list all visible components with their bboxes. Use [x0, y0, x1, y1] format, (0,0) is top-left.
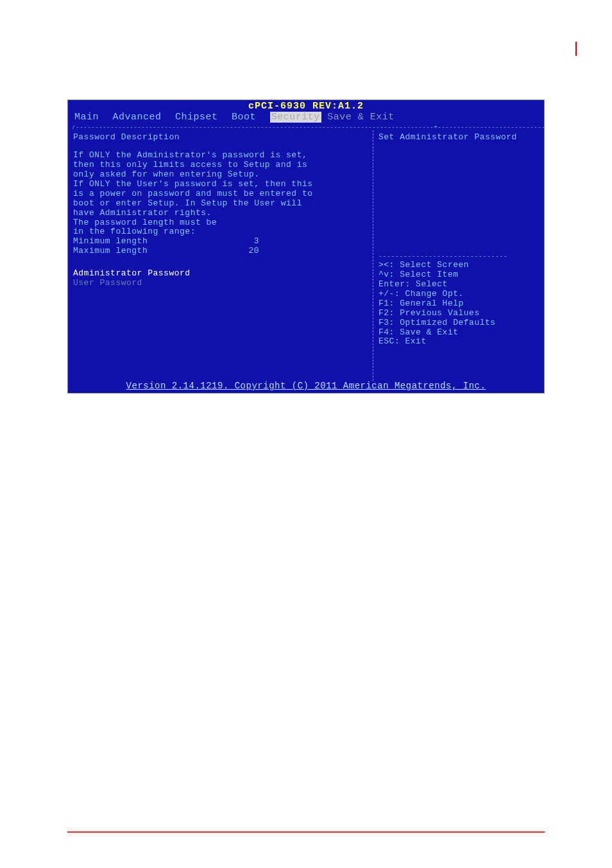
menu-chipset[interactable]: Chipset [175, 112, 218, 123]
user-password-item[interactable]: User Password [73, 279, 368, 288]
desc-line: only asked for when entering Setup. [73, 170, 368, 180]
cursor-marker [575, 42, 577, 56]
menu-security[interactable]: Security [270, 112, 321, 123]
bios-body: Password Description If ONLY the Adminis… [68, 130, 544, 381]
desc-line: is a power on password and must be enter… [73, 189, 368, 199]
desc-line: then this only limits access to Setup an… [73, 161, 368, 170]
menu-boot[interactable]: Boot [232, 112, 256, 123]
hint-line: F4: Save & Exit [378, 328, 539, 338]
desc-line: boot or enter Setup. In Setup the User w… [73, 199, 368, 209]
hint-line: F3: Optimized Defaults [378, 318, 539, 328]
hint-line: ^v: Select Item [378, 270, 539, 280]
desc-line: If ONLY the User's password is set, then… [73, 180, 368, 189]
min-length-label: Minimum length [73, 237, 234, 247]
max-length-label: Maximum length [73, 247, 234, 256]
bios-screenshot: cPCI-6930 REV:A1.2 Main Advanced Chipset… [67, 100, 545, 394]
right-pane: Set Administrator Password -------------… [373, 130, 544, 381]
menu-save-exit[interactable]: Save & Exit [327, 112, 395, 123]
min-length-row: Minimum length 3 [73, 237, 368, 247]
hint-line: ESC: Exit [378, 337, 539, 347]
hint-line: F1: General Help [378, 299, 539, 309]
hint-line: +/-: Change Opt. [378, 290, 539, 299]
right-divider: ------------------------------- [378, 254, 539, 259]
desc-line: The password length must be [73, 218, 368, 228]
max-length-value: 20 [234, 247, 259, 256]
menu-main[interactable]: Main [74, 112, 99, 123]
administrator-password-item[interactable]: Administrator Password [73, 269, 368, 279]
min-length-value: 3 [234, 237, 259, 247]
page-footer-rule [67, 831, 545, 833]
menu-advanced[interactable]: Advanced [113, 112, 162, 123]
desc-line: in the following range: [73, 227, 368, 237]
hint-line: ><: Select Screen [378, 261, 539, 270]
max-length-row: Maximum length 20 [73, 247, 368, 256]
hint-line: Enter: Select [378, 280, 539, 290]
bios-title: cPCI-6930 REV:A1.2 [68, 100, 544, 112]
top-divider: /---------------------------------------… [68, 125, 544, 130]
desc-line: If ONLY the Administrator's password is … [73, 151, 368, 161]
left-pane: Password Description If ONLY the Adminis… [68, 130, 373, 381]
bios-footer: Version 2.14.1219. Copyright (C) 2011 Am… [68, 381, 544, 393]
desc-line: have Administrator rights. [73, 209, 368, 218]
section-title: Password Description [73, 133, 368, 143]
bios-menu-bar: Main Advanced Chipset Boot Security Save… [68, 112, 544, 125]
hint-line: F2: Previous Values [378, 309, 539, 318]
help-text: Set Administrator Password [378, 133, 539, 143]
